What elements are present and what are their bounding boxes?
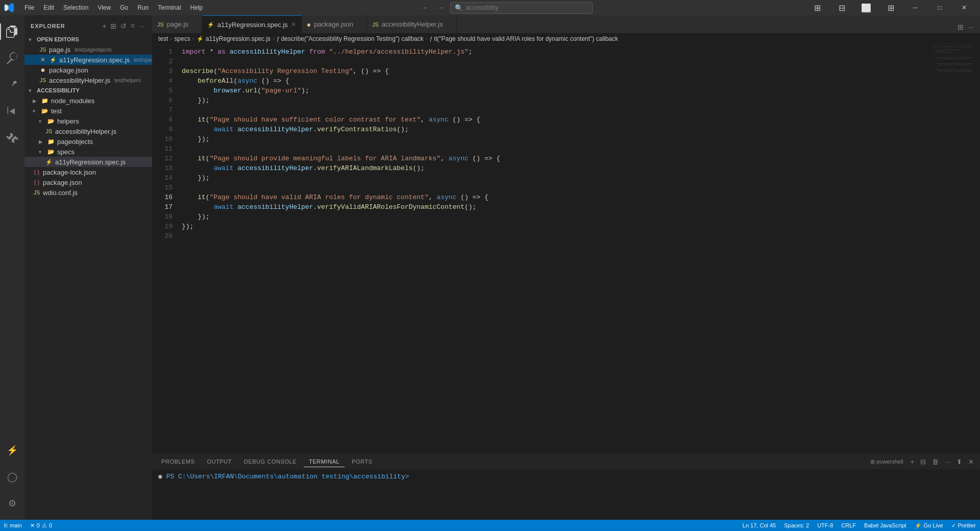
menu-edit[interactable]: Edit — [39, 3, 58, 12]
maximize-button[interactable]: □ — [928, 0, 951, 15]
terminal-shell-icon: ⊞ — [870, 458, 875, 465]
open-editor-package-json[interactable]: ● package.json — [24, 65, 152, 75]
spec-close-icon[interactable]: ✕ — [39, 56, 47, 64]
back-button[interactable]: ← — [420, 2, 432, 14]
menu-view[interactable]: View — [93, 3, 115, 12]
tab-package-json[interactable]: ● package.json ✕ — [302, 15, 367, 33]
open-editor-page-js[interactable]: JS page.js test/pageobjects — [24, 44, 152, 55]
prettier-icon: ✓ — [951, 522, 956, 529]
refresh-button[interactable]: ↺ — [119, 20, 128, 31]
tree-test[interactable]: ▾ 📂 test — [24, 106, 152, 116]
accessibility-section[interactable]: ▾ ACCESSIBILITY — [24, 85, 152, 95]
line-9: await accessibilityHelper.verifyContrast… — [182, 126, 409, 133]
menu-help[interactable]: Help — [186, 3, 207, 12]
status-prettier[interactable]: ✓ Prettier — [947, 520, 980, 531]
tab-ports[interactable]: PORTS — [347, 456, 377, 467]
activity-explorer[interactable] — [0, 19, 24, 44]
tree-pageobjects[interactable]: ▶ 📁 pageobjects — [24, 136, 152, 147]
breadcrumb-specs[interactable]: specs — [174, 35, 190, 42]
menu-run[interactable]: Run — [133, 3, 153, 12]
menu-selection[interactable]: Selection — [59, 3, 92, 12]
open-editor-a11y-spec[interactable]: ✕ ⚡ a11yRegression.spec.js test/specs — [24, 55, 152, 65]
a11y-path: test/specs — [134, 57, 152, 63]
breadcrumb-test[interactable]: test — [158, 35, 168, 42]
source-control-icon — [6, 79, 18, 91]
activity-extensions[interactable] — [0, 126, 24, 150]
new-file-button[interactable]: + — [101, 20, 107, 31]
close-button[interactable]: ✕ — [952, 0, 976, 15]
tab-page-js[interactable]: JS page.js ✕ — [152, 15, 202, 33]
tab-terminal[interactable]: TERMINAL — [304, 456, 345, 467]
split-editor-button[interactable]: ⊞ — [955, 21, 966, 33]
menu-terminal[interactable]: Terminal — [154, 3, 185, 12]
layout-btn2[interactable]: ⊟ — [830, 0, 853, 15]
line-4: beforeAll(async () => { — [182, 77, 289, 85]
open-editor-helper-js[interactable]: JS accessibilityHelper.js test/helpers — [24, 75, 152, 85]
activity-remote[interactable]: ⚡ — [0, 438, 24, 463]
status-go-live[interactable]: ⚡ Go Live — [911, 520, 947, 531]
layout-btn4[interactable]: ⊞ — [879, 0, 902, 15]
layout-btn3[interactable]: ⬜ — [854, 0, 878, 15]
activity-source-control[interactable] — [0, 73, 24, 97]
kill-terminal-button[interactable]: 🗑 — [930, 457, 941, 467]
line-num-17: 17 — [152, 202, 173, 212]
new-terminal-button[interactable]: + — [909, 457, 917, 467]
more-panel-button[interactable]: ··· — [943, 457, 952, 467]
status-errors[interactable]: ✕ 0 ⚠ 0 — [26, 520, 56, 531]
editor-scrollbar[interactable] — [973, 45, 980, 453]
status-encoding[interactable]: UTF-8 — [813, 520, 837, 531]
close-panel-button[interactable]: ✕ — [966, 457, 976, 467]
tree-a11y-spec[interactable]: ⚡ a11yRegression.spec.js — [24, 157, 152, 167]
test-chevron: ▾ — [33, 108, 39, 114]
terminal-content[interactable]: ◉ PS C:\Users\IRFAN\Documents\automation… — [152, 469, 980, 520]
new-folder-button[interactable]: ⊞ — [109, 20, 117, 31]
search-bar-container[interactable]: 🔍 — [450, 2, 593, 14]
tree-accessibility-helper[interactable]: JS accessibilityHelper.js — [24, 126, 152, 136]
tab-problems[interactable]: PROBLEMS — [156, 456, 200, 467]
tab-output[interactable]: OUTPUT — [202, 456, 237, 467]
tab-debug-console[interactable]: DEBUG CONSOLE — [239, 456, 302, 467]
tab-helper-js[interactable]: JS accessibilityHelper.js ✕ — [367, 15, 457, 33]
more-tabs-button[interactable]: ··· — [966, 21, 976, 33]
status-git-branch[interactable]: ⎘ main — [0, 520, 26, 531]
tree-specs[interactable]: ▾ 📂 specs — [24, 147, 152, 157]
tree-wdio-conf[interactable]: JS wdio.conf.js — [24, 187, 152, 198]
tab-a11y-close[interactable]: ✕ — [291, 21, 296, 28]
menu-go[interactable]: Go — [116, 3, 132, 12]
tree-package-json[interactable]: { } package.json — [24, 177, 152, 187]
breadcrumb-it[interactable]: ƒ it("Page should have valid ARIA roles … — [430, 35, 618, 42]
breadcrumb-describe[interactable]: ƒ describe("Accessibility Regression Tes… — [277, 35, 424, 42]
forward-button[interactable]: → — [435, 2, 447, 14]
breadcrumb-file[interactable]: ⚡ a11yRegression.spec.js — [197, 35, 271, 42]
activity-search[interactable] — [0, 46, 24, 70]
collapse-all-button[interactable]: ⌗ — [130, 20, 136, 31]
tree-helpers[interactable]: ▾ 📂 helpers — [24, 116, 152, 126]
tree-node-modules[interactable]: ▶ 📁 node_modules — [24, 95, 152, 106]
line-num-14: 14 — [152, 173, 173, 183]
split-terminal-button[interactable]: ⊟ — [918, 457, 928, 467]
tab-a11y-spec[interactable]: ⚡ a11yRegression.spec.js ✕ — [202, 15, 302, 33]
warning-count: 0 — [49, 522, 52, 528]
settings-layout-btn[interactable]: ⊞ — [805, 0, 829, 15]
search-icon: 🔍 — [455, 4, 463, 12]
line-8: it("Page should have sufficient color co… — [182, 116, 480, 124]
activity-run-debug[interactable] — [0, 99, 24, 124]
title-bar-left: File Edit Selection View Go Run Terminal… — [4, 3, 207, 13]
tree-package-lock[interactable]: { } package-lock.json — [24, 167, 152, 177]
code-editor[interactable]: import * as accessibilityHelper from "..… — [178, 45, 932, 453]
minimize-button[interactable]: ─ — [903, 0, 927, 15]
menu-file[interactable]: File — [20, 3, 38, 12]
status-spaces[interactable]: Spaces: 2 — [780, 520, 813, 531]
error-count: 0 — [37, 522, 40, 528]
status-position[interactable]: Ln 17, Col 45 — [739, 520, 780, 531]
activity-settings[interactable]: ⚙ — [0, 491, 24, 516]
breadcrumb-sep-4: › — [426, 35, 428, 42]
status-language[interactable]: Babel JavaScript — [860, 520, 911, 531]
search-input[interactable] — [466, 4, 578, 11]
status-eol[interactable]: CRLF — [837, 520, 860, 531]
maximize-panel-button[interactable]: ⬆ — [954, 457, 964, 467]
open-editors-section[interactable]: ▾ OPEN EDITORS — [24, 34, 152, 44]
more-actions-button[interactable]: ··· — [138, 20, 146, 31]
line-numbers: 1 2 3 4 5 6 7 8 9 10 11 12 13 14 15 16 1… — [152, 45, 178, 453]
activity-account[interactable]: ◯ — [0, 465, 24, 489]
